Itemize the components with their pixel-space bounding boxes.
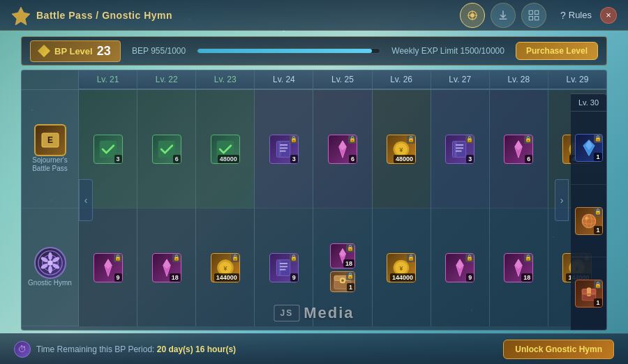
lock-26-sojourner: 🔒 (407, 135, 415, 144)
gnostic-label: Gnostic Hymn (28, 279, 72, 287)
count-27-gnostic: 9 (466, 273, 474, 282)
item-checkmark-21: 3 (94, 135, 123, 164)
cell-24-sojourner[interactable]: 🔒 3 (255, 90, 313, 208)
cell-28-gnostic[interactable]: 🔒 18 (490, 208, 548, 326)
item-coin-26-gnostic: ¥ 🔒 144000 (387, 253, 416, 282)
cell-27-sojourner[interactable]: 🔒 3 (431, 90, 489, 208)
count-28-gnostic: 18 (521, 273, 532, 282)
level-23-header: Lv. 23 (196, 70, 254, 89)
count-24-gnostic: 9 (290, 273, 298, 282)
cell-23-gnostic[interactable]: ¥ 🔒 144000 (196, 208, 254, 326)
item-book-24: 🔒 3 (269, 135, 299, 164)
cell-26-sojourner[interactable]: ¥ 🔒 48000 (373, 90, 431, 208)
header-tabs (460, 3, 546, 28)
purchase-level-button[interactable]: Purchase Level (516, 42, 598, 60)
close-button[interactable]: × (600, 7, 617, 24)
level-col-25: Lv. 25 (313, 70, 372, 89)
cell-27-gnostic[interactable]: 🔒 9 (431, 208, 489, 326)
cell-25-gnostic[interactable]: 🔒 18 🔒 1 (313, 208, 371, 326)
lock-28-sojourner: 🔒 (524, 135, 532, 144)
svg-point-17 (47, 260, 53, 266)
cell-30-sojourner[interactable]: 🔒 1 (571, 112, 606, 185)
tab-pass[interactable] (460, 3, 485, 28)
tab-download[interactable] (491, 3, 516, 28)
svg-rect-5 (529, 16, 532, 20)
cell-22-gnostic[interactable]: 🔒 18 (137, 208, 195, 326)
unlock-gnostic-button[interactable]: Unlock Gnostic Hymn (503, 340, 614, 359)
level-29-header: Lv. 29 (548, 70, 606, 89)
cell-22-sojourner[interactable]: 6 (137, 90, 195, 208)
lock-23-gnostic: 🔒 (231, 254, 239, 262)
count-30-sojourner: 1 (594, 153, 601, 161)
cell-23-sojourner[interactable]: 48000 (196, 90, 254, 208)
weekly-limit-text: Weekly EXP Limit 1500/10000 (391, 46, 504, 56)
cell-25-sojourner[interactable]: 🔒 6 (313, 90, 371, 208)
cell-26-gnostic[interactable]: ¥ 🔒 144000 (373, 208, 431, 326)
rules-button[interactable]: ? Rules (560, 10, 592, 21)
cell-24-gnostic[interactable]: 🔒 9 (255, 208, 313, 326)
gnostic-icon (34, 247, 66, 279)
bp-exp-fill (197, 49, 371, 53)
svg-rect-54 (454, 141, 457, 157)
svg-rect-31 (280, 144, 287, 146)
item-book-27: 🔒 3 (445, 135, 474, 164)
timer-label: Time Remaining this BP Period: (36, 344, 154, 354)
sojourner-icon: E (34, 124, 66, 156)
grid-cells: 3 🔒 9 (79, 90, 606, 326)
svg-point-46 (341, 279, 343, 281)
count-23-gnostic: 144000 (214, 273, 239, 282)
svg-rect-32 (280, 147, 287, 149)
level-col-23: Lv. 23 (196, 70, 255, 89)
level-24-header: Lv. 24 (255, 70, 313, 89)
level-22-header: Lv. 22 (137, 70, 195, 89)
bp-diamond-icon (38, 45, 50, 57)
right-panel-lv30: Lv. 30 🔒 1 🔒 1 (571, 93, 607, 331)
svg-rect-3 (529, 10, 532, 14)
level-col-26: Lv. 26 (373, 70, 431, 89)
main-grid: Lv. 21 Lv. 22 Lv. 23 Lv. 24 Lv. 25 Lv. 2… (21, 70, 607, 331)
cell-21-gnostic[interactable]: 🔒 9 (79, 208, 137, 326)
item-crystal-27-gnostic: 🔒 9 (445, 253, 474, 282)
bp-exp-text: BEP 955/1000 (132, 46, 186, 56)
lock-30-box: 🔒 (594, 280, 602, 289)
item-chest-25-gnostic: 🔒 1 (330, 271, 355, 292)
count-21-gnostic: 9 (114, 273, 122, 282)
count-25-gnostic-chest: 1 (347, 283, 354, 291)
cell-30-gnostic-bottom[interactable]: 🔒 1 (571, 257, 606, 330)
svg-point-14 (48, 266, 52, 273)
svg-rect-33 (280, 150, 286, 151)
svg-point-76 (585, 216, 588, 220)
sojourner-row-label: E Sojourner'sBattle Pass (22, 90, 78, 208)
col-lv28: 🔒 6 🔒 18 (490, 90, 548, 326)
svg-text:¥: ¥ (400, 264, 403, 271)
svg-rect-56 (456, 147, 463, 149)
lock-28-gnostic: 🔒 (524, 254, 532, 262)
col-lv23: 48000 ¥ 🔒 144000 (196, 90, 255, 326)
svg-rect-30 (278, 141, 281, 157)
level-col-22: Lv. 22 (137, 70, 196, 89)
svg-rect-38 (280, 268, 286, 270)
level-25-header: Lv. 25 (313, 70, 371, 89)
item-crystal-28-gnostic: 🔒 18 (504, 253, 533, 282)
lock-27-gnostic: 🔒 (465, 254, 474, 262)
item-book-24-gnostic: 🔒 9 (269, 253, 299, 282)
count-30-box: 1 (594, 298, 601, 307)
item-crystal-22-gnostic: 🔒 18 (152, 253, 181, 282)
scroll-right-button[interactable]: › (555, 179, 569, 221)
footer-timer-text: Time Remaining this BP Period: 20 day(s)… (36, 344, 503, 354)
scroll-left-button[interactable]: ‹ (79, 179, 93, 221)
level-col-27: Lv. 27 (431, 70, 490, 89)
level-col-24: Lv. 24 (255, 70, 313, 89)
item-box-30: 🔒 1 (575, 280, 603, 308)
level-28-header: Lv. 28 (490, 70, 548, 89)
tab-grid[interactable] (521, 3, 546, 28)
gnostic-row-label: Gnostic Hymn (22, 208, 78, 327)
cell-28-sojourner[interactable]: 🔒 6 (490, 90, 548, 208)
count-22-sojourner: 6 (173, 155, 181, 163)
lock-25-chest: 🔒 (346, 272, 354, 280)
item-crystal-25-gnostic: 🔒 18 (330, 243, 355, 268)
cell-30-gnostic-top[interactable]: 🔒 1 (571, 185, 606, 258)
svg-rect-37 (280, 266, 287, 267)
item-sphere-30: 🔒 1 (575, 207, 603, 235)
level-27-header: Lv. 27 (431, 70, 489, 89)
